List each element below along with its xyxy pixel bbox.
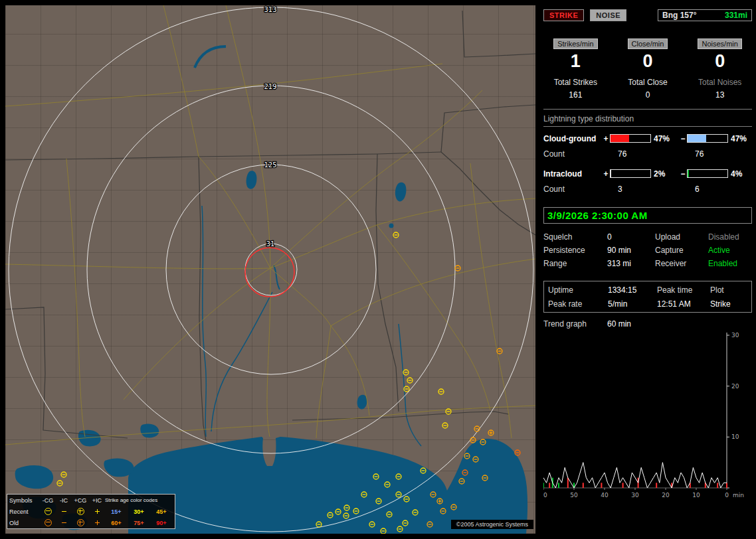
circled-plus-icon [72, 519, 89, 526]
roads [5, 5, 535, 445]
plus-icon [89, 509, 105, 514]
bearing-label: Bng 157° [662, 11, 696, 20]
squelch-upload-row: Squelch 0 Upload Disabled [543, 230, 752, 244]
peak-rate-value: 5/min [608, 299, 657, 309]
trend-plot-area: 3020106050403020100min [543, 332, 744, 499]
svg-text:30: 30 [631, 492, 639, 499]
ic-plus-count: 3 [610, 185, 651, 194]
plus-sign: + [602, 134, 610, 143]
svg-text:10: 10 [731, 433, 739, 440]
range-receiver-row: Range 313 mi Receiver Enabled [543, 257, 752, 270]
cg-plus-pct: 47% [651, 134, 679, 143]
noises-per-min-button[interactable]: Noises/min [698, 38, 741, 49]
intracloud-row: Intracloud + 2% − 4% [543, 166, 752, 181]
count-label: Count [543, 185, 602, 194]
noise-button[interactable]: NOISE [590, 9, 626, 21]
uptime-value: 1334:15 [608, 285, 657, 295]
cg-minus-count: 76 [687, 149, 728, 159]
divider [543, 126, 752, 127]
receiver-label: Receiver [655, 259, 708, 268]
legend-col-pos-cg: +CG [72, 497, 89, 504]
plot-label: Plot [710, 285, 747, 295]
legend-recent-label: Recent [9, 508, 40, 515]
svg-text:30: 30 [731, 332, 739, 339]
svg-text:31: 31 [266, 240, 275, 248]
trend-graph-label: Trend graph [543, 319, 607, 329]
age-30: 30+ [128, 508, 150, 515]
cloud-ground-row: Cloud-ground + 47% − 47% [543, 131, 752, 146]
minus-sign: − [679, 169, 687, 179]
uptime-row: Uptime 1334:15 Peak time Plot [548, 283, 747, 297]
toolbar: STRIKE NOISE Bng 157° 331mi [543, 9, 752, 21]
cg-minus-bar [687, 134, 728, 143]
circled-minus-icon [40, 519, 56, 526]
legend-symbols-header: Symbols [9, 497, 40, 504]
svg-text:219: 219 [264, 83, 276, 90]
svg-text:min: min [733, 492, 744, 499]
total-close-value: 0 [616, 90, 680, 100]
noises-column: Noises/min 0 Total Noises 13 [688, 38, 752, 100]
copyright-attribution: ©2005 Astrogenic Systems [451, 520, 533, 529]
age-60: 60+ [105, 520, 128, 526]
uptime-box: Uptime 1334:15 Peak time Plot Peak rate … [543, 281, 752, 313]
range-value: 313 mi [607, 259, 655, 268]
uptime-label: Uptime [548, 285, 608, 295]
plus-sign: + [602, 169, 610, 179]
age-45: 45+ [150, 508, 173, 515]
strike-button[interactable]: STRIKE [543, 9, 584, 21]
squelch-value: 0 [607, 232, 655, 242]
ic-minus-pct: 4% [728, 169, 752, 179]
range-label: Range [543, 259, 607, 268]
current-datetime: 3/9/2026 2:30:00 AM [547, 210, 648, 221]
rivers [195, 46, 421, 446]
circled-plus-icon [72, 508, 89, 515]
close-per-min-button[interactable]: Close/min [628, 38, 668, 49]
peak-rate-label: Peak rate [548, 299, 608, 309]
close-column: Close/min 0 Total Close 0 [616, 38, 680, 100]
legend-old-label: Old [9, 520, 40, 526]
ic-plus-pct: 2% [651, 169, 679, 179]
ic-minus-count: 6 [687, 185, 728, 194]
persistence-label: Persistence [543, 246, 607, 255]
persistence-capture-row: Persistence 90 min Capture Active [543, 244, 752, 257]
cg-minus-pct: 47% [728, 134, 752, 143]
divider [543, 109, 752, 110]
lightning-map[interactable]: 31321912531 Symbols -CG -IC +CG +IC Stri… [5, 5, 535, 534]
strikes-per-min-button[interactable]: Strikes/min [553, 38, 597, 49]
legend-age-header: Strike age color codes [105, 497, 173, 503]
minus-icon [56, 522, 72, 523]
svg-text:40: 40 [601, 492, 609, 499]
ic-minus-bar [687, 169, 728, 178]
trend-graph-window: 60 min [607, 319, 752, 329]
capture-label: Capture [655, 246, 708, 255]
cloud-ground-label: Cloud-ground [543, 134, 602, 143]
status-panel: STRIKE NOISE Bng 157° 331mi Strikes/min … [543, 5, 752, 502]
bearing-range: 331mi [725, 11, 747, 20]
svg-text:20: 20 [662, 492, 670, 499]
water-bodies [15, 171, 527, 534]
intracloud-label: Intracloud [543, 169, 602, 179]
capture-status: Active [708, 246, 752, 255]
legend-header-row: Symbols -CG -IC +CG +IC Strike age color… [7, 495, 175, 506]
state-borders [5, 11, 535, 441]
age-90: 90+ [150, 520, 173, 526]
legend-old-row: Old 60+ 75+ 90+ [7, 517, 175, 528]
ic-plus-bar [610, 169, 651, 178]
legend-col-neg-ic: -IC [56, 497, 72, 504]
age-75: 75+ [128, 520, 150, 526]
distribution-title: Lightning type distribution [543, 114, 752, 123]
noises-per-min-value: 0 [688, 51, 752, 72]
svg-text:313: 313 [264, 6, 276, 13]
minus-icon [56, 511, 72, 512]
legend-recent-row: Recent 15+ 30+ 45+ [7, 506, 175, 517]
total-strikes-label: Total Strikes [543, 78, 608, 87]
peak-time-label: Peak time [657, 285, 710, 295]
legend-col-neg-cg: -CG [40, 497, 56, 504]
squelch-label: Squelch [543, 232, 607, 242]
peak-rate-row: Peak rate 5/min 12:51 AM Strike [548, 297, 747, 311]
map-canvas: 31321912531 [5, 5, 535, 534]
map-legend: Symbols -CG -IC +CG +IC Strike age color… [7, 494, 175, 529]
svg-text:50: 50 [570, 492, 578, 499]
cg-plus-bar [610, 134, 651, 143]
total-noises-label: Total Noises [688, 78, 752, 87]
